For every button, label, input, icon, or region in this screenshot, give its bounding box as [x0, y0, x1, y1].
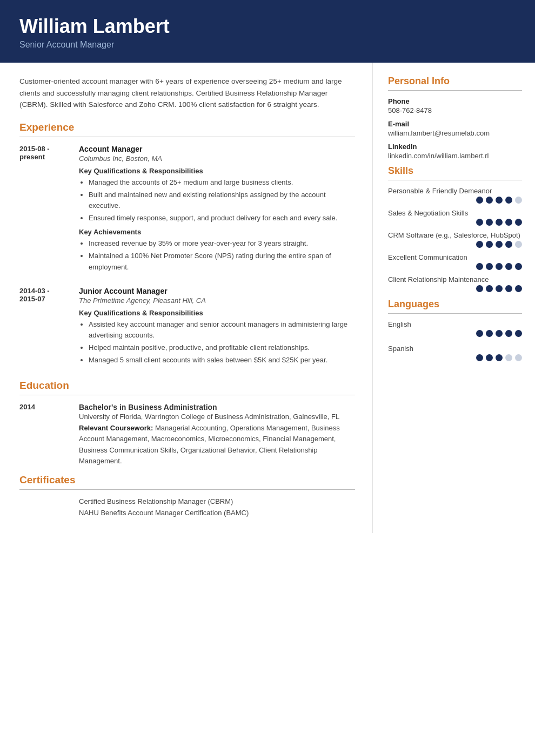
exp-details-2: Junior Account Manager The Primetime Age…: [79, 287, 355, 370]
dot: [496, 197, 503, 204]
experience-section: Experience 2015-08 - present Account Man…: [19, 122, 355, 370]
list-item: Managed 5 small client accounts with sal…: [89, 355, 355, 366]
skill-item-0: Personable & Friendly Demeanor: [388, 187, 522, 204]
dot: [486, 330, 493, 337]
exp-job-title-2: Junior Account Manager: [79, 287, 355, 295]
exp-achieve-title-1: Key Achievements: [79, 228, 355, 236]
dot: [476, 263, 483, 270]
dot: [515, 330, 522, 337]
dot: [505, 197, 512, 204]
main-content: Customer-oriented account manager with 6…: [0, 63, 535, 533]
email-label: E-mail: [388, 120, 522, 128]
list-item: Ensured timely response, support, and pr…: [89, 213, 355, 224]
exp-qual-list-2: Assisted key account manager and senior …: [79, 319, 355, 366]
dot: [515, 197, 522, 204]
dot: [496, 285, 503, 292]
linkedin-value: linkedin.com/in/william.lambert.rl: [388, 152, 522, 160]
dot: [476, 354, 483, 361]
education-section-title: Education: [19, 380, 355, 392]
dot: [505, 219, 512, 226]
dot: [486, 219, 493, 226]
skill-item-1: Sales & Negotiation Skills: [388, 209, 522, 226]
left-column: Customer-oriented account manager with 6…: [0, 63, 373, 533]
dot: [486, 263, 493, 270]
lang-dots-0: [388, 330, 522, 337]
skill-dots-2: [388, 241, 522, 248]
dot: [515, 219, 522, 226]
experience-divider: [19, 137, 355, 137]
lang-dots-1: [388, 354, 522, 361]
dot: [505, 263, 512, 270]
list-item: Increased revenue by 35% or more year-ov…: [89, 238, 355, 249]
languages-divider: [388, 313, 522, 314]
dot: [496, 330, 503, 337]
exp-job-title-1: Account Manager: [79, 145, 355, 153]
resume-header: William Lambert Senior Account Manager: [0, 0, 535, 63]
list-item: NAHU Benefits Account Manager Certificat…: [19, 509, 355, 517]
dot: [505, 330, 512, 337]
skill-item-4: Client Relationship Maintenance: [388, 275, 522, 292]
experience-entry-2: 2014-03 - 2015-07 Junior Account Manager…: [19, 287, 355, 370]
exp-company-2: The Primetime Agency, Pleasant Hill, CA: [79, 296, 355, 305]
dot: [486, 354, 493, 361]
certificates-section-title: Certificates: [19, 474, 355, 486]
certificates-list: Certified Business Relationship Manager …: [19, 497, 355, 517]
exp-details-1: Account Manager Columbus Inc, Boston, MA…: [79, 145, 355, 277]
skill-name-3: Excellent Communication: [388, 253, 522, 261]
skill-name-4: Client Relationship Maintenance: [388, 275, 522, 284]
languages-section-title: Languages: [388, 299, 522, 310]
linkedin-label: LinkedIn: [388, 143, 522, 151]
right-column: Personal Info Phone 508-762-8478 E-mail …: [373, 63, 535, 382]
dot: [515, 263, 522, 270]
exp-date-2: 2014-03 - 2015-07: [19, 287, 79, 370]
edu-degree-1: Bachelor's in Business Administration: [79, 403, 355, 411]
dot: [496, 354, 503, 361]
languages-section: Languages English Spanish: [388, 299, 522, 361]
dot: [486, 285, 493, 292]
list-item: Maintained a 100% Net Promoter Score (NP…: [89, 251, 355, 272]
education-section: Education 2014 Bachelor's in Business Ad…: [19, 380, 355, 467]
dot: [515, 241, 522, 248]
dot: [505, 241, 512, 248]
skill-name-0: Personable & Friendly Demeanor: [388, 187, 522, 195]
list-item: Helped maintain positive, productive, an…: [89, 342, 355, 353]
dot: [476, 219, 483, 226]
email-value: william.lambert@resumelab.com: [388, 129, 522, 137]
personal-info-divider: [388, 90, 522, 91]
exp-company-1: Columbus Inc, Boston, MA: [79, 154, 355, 163]
experience-section-title: Experience: [19, 122, 355, 133]
summary-text: Customer-oriented account manager with 6…: [19, 76, 355, 111]
lang-name-1: Spanish: [388, 345, 522, 353]
exp-qual-title-2: Key Qualifications & Responsibilities: [79, 309, 355, 317]
exp-qual-list-1: Managed the accounts of 25+ medium and l…: [79, 177, 355, 224]
dot: [496, 241, 503, 248]
dot: [486, 197, 493, 204]
dot: [476, 285, 483, 292]
certificates-section: Certificates Certified Business Relation…: [19, 474, 355, 517]
skill-dots-3: [388, 263, 522, 270]
phone-label: Phone: [388, 97, 522, 105]
dot: [476, 241, 483, 248]
dot: [476, 330, 483, 337]
list-item: Certified Business Relationship Manager …: [19, 497, 355, 505]
skills-section-title: Skills: [388, 165, 522, 177]
lang-item-0: English: [388, 320, 522, 337]
skill-name-1: Sales & Negotiation Skills: [388, 209, 522, 217]
candidate-name: William Lambert: [19, 15, 516, 38]
skill-dots-0: [388, 197, 522, 204]
dot: [515, 354, 522, 361]
experience-entry-1: 2015-08 - present Account Manager Columb…: [19, 145, 355, 277]
dot: [496, 219, 503, 226]
skill-item-3: Excellent Communication: [388, 253, 522, 270]
coursework-label: Relevant Coursework:: [79, 424, 153, 432]
list-item: Managed the accounts of 25+ medium and l…: [89, 177, 355, 188]
personal-info-title: Personal Info: [388, 76, 522, 87]
exp-date-1: 2015-08 - present: [19, 145, 79, 277]
candidate-title: Senior Account Manager: [19, 40, 516, 50]
dot: [486, 241, 493, 248]
dot: [515, 285, 522, 292]
skill-item-2: CRM Software (e.g., Salesforce, HubSpot): [388, 231, 522, 248]
education-divider: [19, 395, 355, 395]
certificates-divider: [19, 489, 355, 490]
list-item: Assisted key account manager and senior …: [89, 319, 355, 341]
